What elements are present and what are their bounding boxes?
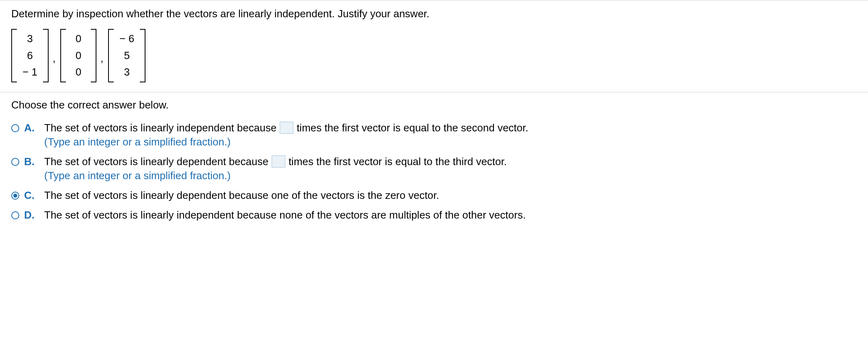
option-letter: B. <box>24 155 35 168</box>
option-a-hint: (Type an integer or a simplified fractio… <box>44 136 528 148</box>
option-body: The set of vectors is linearly dependent… <box>44 155 507 182</box>
option-body: The set of vectors is linearly independe… <box>44 122 528 148</box>
choose-label: Choose the correct answer below. <box>11 99 857 111</box>
option-a-text-after: times the first vector is equal to the s… <box>297 122 528 134</box>
bracket-left-icon <box>11 29 17 82</box>
question-container: Determine by inspection whether the vect… <box>0 0 868 231</box>
option-b-text-after: times the first vector is equal to the t… <box>289 155 507 168</box>
radio-d[interactable] <box>11 211 19 219</box>
option-b[interactable]: B. The set of vectors is linearly depend… <box>11 155 857 182</box>
v3-r2: 5 <box>120 47 134 64</box>
v2-r3: 0 <box>72 64 85 81</box>
radio-b[interactable] <box>11 158 19 166</box>
option-body: The set of vectors is linearly dependent… <box>44 189 439 202</box>
option-letter: D. <box>24 209 35 221</box>
v1-r3: − 1 <box>23 64 37 81</box>
question-block: Determine by inspection whether the vect… <box>0 0 868 92</box>
bracket-left-icon <box>108 29 114 82</box>
separator: , <box>100 52 105 65</box>
v3-r1: − 6 <box>119 31 134 47</box>
option-letter: C. <box>24 189 35 202</box>
bracket-right-icon <box>43 29 49 82</box>
vector-2: 0 0 0 <box>60 29 96 82</box>
v2-r2: 0 <box>72 47 85 64</box>
option-b-text-before: The set of vectors is linearly dependent… <box>44 155 268 168</box>
options-list: A. The set of vectors is linearly indepe… <box>11 122 857 221</box>
vectors-row: 3 6 − 1 , 0 0 0 , − 6 <box>11 29 857 82</box>
option-b-hint: (Type an integer or a simplified fractio… <box>44 170 507 182</box>
v3-r3: 3 <box>120 64 134 81</box>
vector-1: 3 6 − 1 <box>11 29 49 82</box>
option-body: The set of vectors is linearly independe… <box>44 209 526 221</box>
option-d[interactable]: D. The set of vectors is linearly indepe… <box>11 209 857 221</box>
radio-c[interactable] <box>11 192 19 200</box>
option-a-text-before: The set of vectors is linearly independe… <box>44 122 276 134</box>
v1-r2: 6 <box>23 47 37 64</box>
option-d-text: The set of vectors is linearly independe… <box>44 209 526 221</box>
bracket-right-icon <box>91 29 96 82</box>
v2-r1: 0 <box>72 31 85 47</box>
answer-block: Choose the correct answer below. A. The … <box>0 92 868 231</box>
option-a-input[interactable] <box>280 122 293 134</box>
radio-a[interactable] <box>11 124 19 132</box>
v1-r1: 3 <box>23 31 37 47</box>
vector-3: − 6 5 3 <box>108 29 145 82</box>
option-a[interactable]: A. The set of vectors is linearly indepe… <box>11 122 857 148</box>
option-c[interactable]: C. The set of vectors is linearly depend… <box>11 189 857 202</box>
bracket-left-icon <box>60 29 66 82</box>
option-c-text: The set of vectors is linearly dependent… <box>44 189 439 202</box>
bracket-right-icon <box>140 29 145 82</box>
option-b-input[interactable] <box>272 155 285 168</box>
option-letter: A. <box>24 122 35 134</box>
separator: , <box>52 52 57 65</box>
question-prompt: Determine by inspection whether the vect… <box>11 8 857 20</box>
